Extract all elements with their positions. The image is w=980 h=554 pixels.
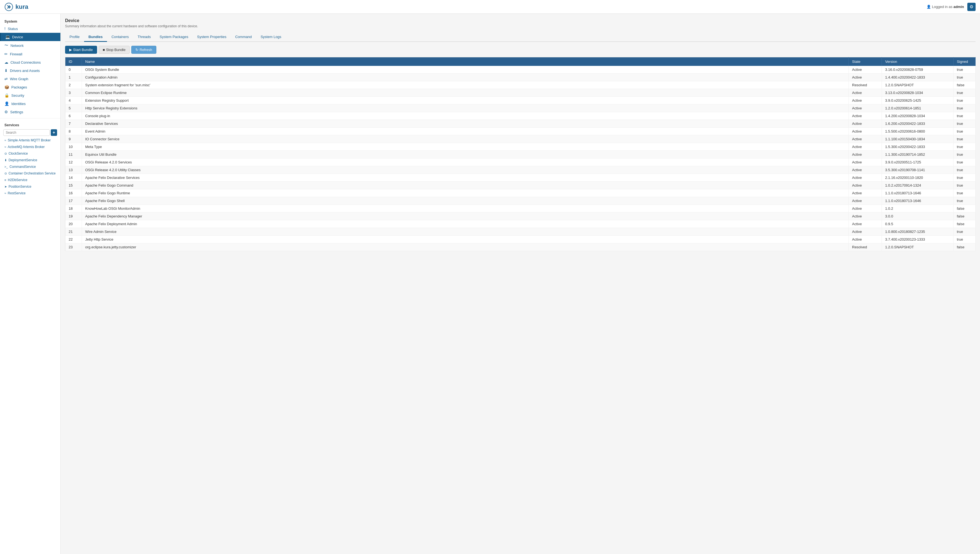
cell-id: 23	[65, 244, 82, 251]
cell-signed: true	[953, 174, 975, 181]
status-icon: !	[5, 27, 5, 31]
cell-state: Active	[849, 236, 882, 244]
sidebar-item-status[interactable]: !Status	[0, 24, 61, 33]
table-row[interactable]: 11 Equinox Util Bundle Active 1.1.300.v2…	[65, 151, 975, 159]
tab-bundles[interactable]: Bundles	[84, 32, 107, 42]
tab-command[interactable]: Command	[231, 32, 256, 42]
service-label: CommandService	[10, 165, 36, 169]
table-row[interactable]: 23 org.eclipse.kura.jetty.customizer Res…	[65, 244, 975, 251]
sidebar-item-wiregraph[interactable]: ⇄Wire Graph	[0, 75, 61, 83]
start-bundle-button[interactable]: ▶ Start Bundle	[65, 46, 97, 54]
cell-name: Apache Felix Declarative Services	[82, 174, 849, 181]
table-row[interactable]: 19 Apache Felix Dependency Manager Activ…	[65, 212, 975, 220]
settings-gear-button[interactable]: ⚙	[967, 3, 975, 11]
service-item[interactable]: ≈Simple Artemis MQTT Broker	[0, 137, 61, 143]
cell-version: 3.9.0.v20200511-1725	[882, 159, 953, 166]
service-item[interactable]: ⊙ClockService	[0, 150, 61, 157]
header-right: 👤 Logged in as admin ⚙	[926, 3, 975, 11]
table-row[interactable]: 6 Console plug-in Active 1.4.200.v202008…	[65, 112, 975, 120]
cell-state: Active	[849, 112, 882, 120]
table-row[interactable]: 8 Event Admin Active 1.5.500.v20200616-0…	[65, 127, 975, 135]
cell-id: 3	[65, 89, 82, 97]
sidebar-item-label: Drivers and Assets	[10, 68, 40, 73]
sidebar-item-firewall[interactable]: ✏Firewall	[0, 50, 61, 58]
sidebar-item-identities[interactable]: 👤Identities	[0, 100, 61, 108]
table-row[interactable]: 15 Apache Felix Gogo Command Active 1.0.…	[65, 181, 975, 189]
cell-signed: true	[953, 143, 975, 151]
main-content: Device Summary information about the cur…	[61, 14, 980, 554]
table-row[interactable]: 18 KnowHowLab OSGi MonitorAdmin Active 1…	[65, 205, 975, 212]
service-item[interactable]: ≈ActiveMQ Artemis Broker	[0, 143, 61, 150]
sidebar-item-cloud[interactable]: ☁Cloud Connections	[0, 58, 61, 67]
cell-version: 0.9.5	[882, 220, 953, 228]
refresh-button[interactable]: ↻ Refresh	[131, 46, 156, 54]
cell-signed: true	[953, 89, 975, 97]
table-row[interactable]: 0 OSGi System Bundle Active 3.16.0.v2020…	[65, 66, 975, 73]
cell-version: 3.13.0.v20200828-1034	[882, 89, 953, 97]
table-row[interactable]: 2 System extension fragment for 'sun.mis…	[65, 81, 975, 89]
sidebar-item-network[interactable]: 〜Network	[0, 41, 61, 50]
sidebar-item-label: Network	[11, 43, 24, 48]
cell-state: Active	[849, 66, 882, 73]
sidebar-item-settings[interactable]: ⚙Settings	[0, 108, 61, 116]
service-icon: >_	[5, 165, 8, 169]
table-row[interactable]: 10 Meta Type Active 1.5.300.v20200422-18…	[65, 143, 975, 151]
service-item[interactable]: ⊙Container Orchestration Service	[0, 170, 61, 177]
cell-id: 14	[65, 174, 82, 181]
table-row[interactable]: 1 Configuration Admin Active 1.4.400.v20…	[65, 73, 975, 81]
cell-name: OSGi System Bundle	[82, 66, 849, 73]
cell-state: Active	[849, 151, 882, 159]
cell-id: 22	[65, 236, 82, 244]
search-input[interactable]	[3, 129, 49, 136]
sidebar-item-security[interactable]: 🔒Security	[0, 91, 61, 100]
service-item[interactable]: >_CommandService	[0, 164, 61, 170]
table-row[interactable]: 4 Extension Registry Support Active 3.9.…	[65, 97, 975, 105]
tab-profile[interactable]: Profile	[65, 32, 84, 42]
cell-id: 10	[65, 143, 82, 151]
sidebar-item-packages[interactable]: 📦Packages	[0, 83, 61, 91]
service-item[interactable]: ⬇DeploymentService	[0, 157, 61, 164]
service-item[interactable]: ➤PositionService	[0, 183, 61, 190]
table-row[interactable]: 14 Apache Felix Declarative Services Act…	[65, 174, 975, 181]
table-row[interactable]: 20 Apache Felix Deployment Admin Active …	[65, 220, 975, 228]
stop-bundle-button[interactable]: ■ Stop Bundle	[99, 46, 130, 54]
service-icon: ⊙	[5, 152, 7, 156]
logged-in-text: 👤 Logged in as admin	[926, 5, 964, 9]
table-row[interactable]: 5 Http Service Registry Extensions Activ…	[65, 105, 975, 112]
tab-containers[interactable]: Containers	[107, 32, 133, 42]
services-section-title: Services	[0, 121, 61, 128]
table-row[interactable]: 21 Wire Admin Service Active 1.0.800.v20…	[65, 228, 975, 236]
table-row[interactable]: 7 Declarative Services Active 1.6.200.v2…	[65, 120, 975, 127]
table-row[interactable]: 13 OSGi Release 4.2.0 Utility Classes Ac…	[65, 166, 975, 174]
table-row[interactable]: 12 OSGi Release 4.2.0 Services Active 3.…	[65, 159, 975, 166]
drivers-icon: ⬇	[5, 68, 8, 73]
service-icon: ≈	[5, 191, 6, 195]
sidebar-item-device[interactable]: 💻Device	[0, 33, 61, 41]
add-service-button[interactable]: +	[51, 129, 57, 136]
cell-version: 1.0.2	[882, 205, 953, 212]
sidebar-item-drivers[interactable]: ⬇Drivers and Assets	[0, 67, 61, 75]
tab-system-logs[interactable]: System Logs	[256, 32, 286, 42]
cell-name: Apache Felix Gogo Runtime	[82, 189, 849, 197]
tab-system-properties[interactable]: System Properties	[193, 32, 231, 42]
cell-name: Common Eclipse Runtime	[82, 89, 849, 97]
cell-id: 19	[65, 212, 82, 220]
cell-version: 1.5.500.v20200616-0800	[882, 127, 953, 135]
cell-version: 3.0.0	[882, 212, 953, 220]
cell-version: 1.5.300.v20200422-1833	[882, 143, 953, 151]
table-row[interactable]: 9 IO Connector Service Active 1.1.100.v2…	[65, 135, 975, 143]
cell-id: 11	[65, 151, 82, 159]
settings-icon: ⚙	[5, 110, 8, 114]
table-row[interactable]: 22 Jetty Http Service Active 3.7.400.v20…	[65, 236, 975, 244]
cell-signed: true	[953, 181, 975, 189]
table-row[interactable]: 16 Apache Felix Gogo Runtime Active 1.1.…	[65, 189, 975, 197]
cell-state: Active	[849, 127, 882, 135]
cell-signed: false	[953, 220, 975, 228]
service-item[interactable]: ≈RestService	[0, 190, 61, 196]
table-row[interactable]: 3 Common Eclipse Runtime Active 3.13.0.v…	[65, 89, 975, 97]
tab-system-packages[interactable]: System Packages	[155, 32, 193, 42]
tab-threads[interactable]: Threads	[133, 32, 155, 42]
service-item[interactable]: ≡H2DbService	[0, 177, 61, 183]
table-row[interactable]: 17 Apache Felix Gogo Shell Active 1.1.0.…	[65, 197, 975, 205]
cell-state: Active	[849, 73, 882, 81]
